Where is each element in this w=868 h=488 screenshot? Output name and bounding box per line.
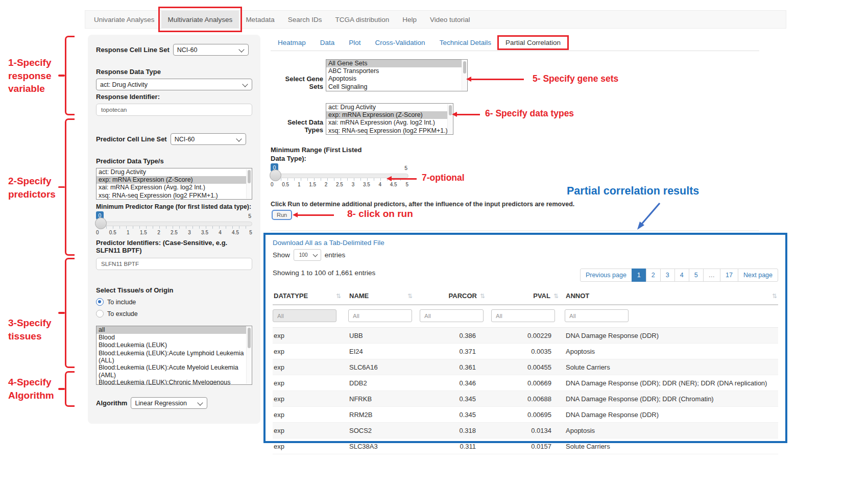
list-item[interactable]: xai: mRNA Expression (Avg. log2 Int.) (326, 119, 447, 127)
scrollbar[interactable] (447, 104, 452, 134)
data-types-list[interactable]: act: Drug Activity exp: mRNA Expression … (326, 103, 453, 135)
slider-track[interactable] (96, 222, 252, 226)
list-item[interactable]: Blood:Leukemia (LEUK):Acute Lymphoid Leu… (97, 350, 246, 364)
filter-name-input[interactable] (348, 309, 412, 322)
list-item[interactable]: All Gene Sets (326, 60, 462, 67)
filter-datatype-input[interactable] (273, 309, 336, 322)
list-item[interactable]: Blood:Leukemia (LEUK):Acute Myeloid Leuk… (97, 364, 246, 379)
tab-plot[interactable]: Plot (342, 39, 368, 46)
col-header-parcor[interactable]: PARCOR⇅ (420, 290, 491, 304)
page-17-button[interactable]: 17 (720, 269, 738, 282)
list-item[interactable]: exp: mRNA Expression (Z-Score) (326, 111, 447, 119)
algorithm-select[interactable]: Linear Regression (131, 397, 207, 409)
next-page-button[interactable]: Next page (738, 269, 778, 282)
table-row[interactable]: expEI240.3710.0035Apoptosis (273, 344, 778, 359)
list-item[interactable]: Cell Signaling (326, 83, 462, 91)
algorithm-label: Algorithm (96, 399, 127, 407)
col-header-annot[interactable]: ANNOT⇅ (565, 290, 778, 304)
table-row[interactable]: expUBB0.3860.00229DNA Damage Response (D… (273, 328, 778, 344)
annotation-step7: 7-optional (422, 173, 465, 183)
table-row[interactable]: expSLC38A30.3110.0157Solute Carriers (273, 438, 778, 454)
col-header-datatype[interactable]: DATATYPE⇅ (273, 290, 348, 304)
table-row[interactable]: expSOCS20.3180.0134Apoptosis (273, 423, 778, 438)
scrollbar[interactable] (246, 169, 251, 199)
sort-icon[interactable]: ⇅ (480, 292, 485, 300)
sort-icon[interactable]: ⇅ (553, 292, 559, 300)
list-item[interactable]: all (97, 326, 246, 334)
list-item[interactable]: xai: mRNA Expression (Avg. log2 Int.) (97, 184, 246, 191)
run-instruction: Click Run to determine additional predic… (271, 201, 638, 208)
col-header-pval[interactable]: PVAL⇅ (491, 290, 565, 304)
response-cell-line-set-select[interactable]: NCI-60 (173, 44, 249, 56)
previous-page-button[interactable]: Previous page (580, 269, 632, 282)
gene-sets-list[interactable]: All Gene Sets ABC Transporters Apoptosis… (326, 59, 468, 91)
nav-univariate-analyses[interactable]: Univariate Analyses (87, 11, 161, 28)
list-item[interactable]: Blood (97, 334, 246, 341)
include-radio[interactable] (96, 298, 104, 306)
col-header-name[interactable]: NAME⇅ (348, 290, 420, 304)
response-data-type-select[interactable]: act: Drug Activity (96, 79, 252, 90)
scrollbar[interactable] (462, 60, 467, 90)
nav-metadata[interactable]: Metadata (239, 11, 281, 28)
page-5-button[interactable]: 5 (689, 269, 704, 282)
list-item[interactable]: act: Drug Activity (326, 104, 447, 111)
predictor-data-types-list[interactable]: act: Drug Activity exp: mRNA Expression … (96, 168, 252, 200)
page-4-button[interactable]: 4 (674, 269, 689, 282)
exclude-radio[interactable] (96, 310, 104, 318)
list-item[interactable]: exp: mRNA Expression (Z-Score) (97, 176, 246, 184)
list-item[interactable]: xsq: RNA-seq Expression (log2 FPKM+1.) (97, 192, 246, 200)
tab-heatmap[interactable]: Heatmap (271, 39, 313, 46)
table-row[interactable]: expDDB20.3460.00669DNA Damage Response (… (273, 375, 778, 391)
filter-parcor-input[interactable] (420, 309, 484, 322)
min-predictor-range-slider[interactable]: 0 5 00.511.522.533.544.55 (96, 211, 252, 237)
sort-icon[interactable]: ⇅ (407, 292, 413, 300)
annotation-step3: 3-Specify tissues (8, 316, 51, 343)
filter-pval-input[interactable] (491, 309, 555, 322)
list-item[interactable]: ABC Transporters (326, 67, 462, 75)
list-item[interactable]: Blood:Leukemia (LEUK) (97, 341, 246, 349)
bracket-step1 (65, 36, 75, 115)
table-row[interactable]: expNFRKB0.3450.00688DNA Damage Response … (273, 391, 778, 407)
table-filter-row (273, 305, 778, 328)
tab-data[interactable]: Data (313, 39, 342, 46)
entries-label: entries (325, 251, 346, 259)
table-row[interactable]: expRRM2B0.3450.00695DNA Damage Response … (273, 407, 778, 423)
filter-annot-input[interactable] (565, 309, 629, 322)
predictor-cell-line-set-select[interactable]: NCI-60 (171, 133, 246, 145)
nav-multivariate-analyses[interactable]: Multivariate Analyses (161, 11, 239, 28)
scrollbar[interactable] (246, 327, 251, 384)
table-row[interactable]: expSLC6A160.3610.00455Solute Carriers (273, 359, 778, 375)
annotation-step5: 5- Specify gene sets (533, 74, 618, 84)
top-nav: Univariate Analyses Multivariate Analyse… (85, 10, 786, 29)
nav-video-tutorial[interactable]: Video tutorial (423, 11, 477, 28)
page-2-button[interactable]: 2 (646, 269, 661, 282)
page-1-button[interactable]: 1 (632, 269, 646, 282)
response-identifier-input[interactable] (96, 104, 252, 116)
tissue-list[interactable]: all Blood Blood:Leukemia (LEUK) Blood:Le… (96, 326, 252, 385)
main-content: Heatmap Data Plot Cross-Validation Techn… (271, 35, 786, 463)
predictor-identifiers-input[interactable] (96, 258, 252, 270)
list-item[interactable]: Apoptosis (326, 75, 462, 83)
tab-technical-details[interactable]: Technical Details (432, 39, 498, 46)
nav-tcga-distribution[interactable]: TCGA distribution (328, 11, 396, 28)
page-3-button[interactable]: 3 (660, 269, 675, 282)
download-all-link[interactable]: Download All as a Tab-Delimited File (273, 239, 778, 247)
list-item[interactable]: xsq: RNA-seq Expression (log2 FPKM+1.) (326, 127, 447, 135)
run-button[interactable]: Run (272, 210, 292, 220)
sort-icon[interactable]: ⇅ (772, 292, 777, 300)
arrow-optional (391, 178, 417, 180)
nav-search-ids[interactable]: Search IDs (281, 11, 329, 28)
annotation-step8: 8- click on run (347, 208, 413, 219)
tab-cross-validation[interactable]: Cross-Validation (368, 39, 432, 46)
list-item[interactable]: Blood:Leukemia (LEUK):Chronic Myelogenou… (97, 379, 246, 385)
results-pointer-arrow (633, 201, 666, 233)
list-item[interactable]: act: Drug Activity (97, 168, 246, 176)
sort-icon[interactable]: ⇅ (336, 292, 341, 300)
tab-partial-correlation[interactable]: Partial Correlation (498, 39, 568, 46)
slider-handle[interactable] (270, 169, 281, 181)
nav-help[interactable]: Help (396, 11, 423, 28)
arrow-run (297, 214, 334, 216)
slider-handle[interactable] (95, 217, 107, 229)
predictor-data-types-label: Predictor Data Type/s (96, 157, 252, 165)
show-entries-select[interactable]: 100 (294, 249, 321, 261)
